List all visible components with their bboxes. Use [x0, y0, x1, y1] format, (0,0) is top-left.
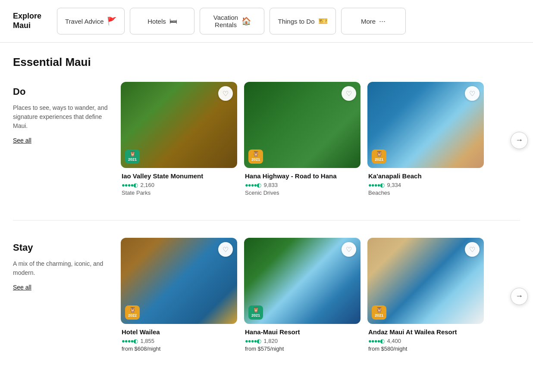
hana-highway-favorite-button[interactable]: ♡ [342, 86, 356, 101]
kaanapali-favorite-button[interactable]: ♡ [465, 86, 480, 101]
hana-maui-price: from $575/night [245, 345, 360, 352]
hana-maui-reviews: 1,820 [263, 338, 278, 344]
hana-highway-rating: ●●●●◐ 9,833 [245, 182, 360, 188]
hotel-wailea-stars: ●●●●◐ [122, 338, 138, 344]
stay-description: A mix of the charming, iconic, and moder… [13, 259, 108, 277]
andaz-name: Andaz Maui At Wailea Resort [368, 328, 483, 336]
card-hotel-wailea[interactable]: ♡ 🦉 2022 Hotel Wailea ●●●●◐ 1,855 [121, 238, 237, 355]
badge-owl-icon: 🦉 [129, 307, 136, 314]
kaanapali-reviews: 9,334 [387, 182, 401, 188]
main-content: Essential Maui Do Places to see, ways to… [0, 43, 533, 389]
hana-maui-rating: ●●●●◐ 1,820 [245, 338, 360, 344]
do-next-button[interactable]: → [511, 132, 528, 149]
hotels-label: Hotels [147, 18, 166, 25]
kaanapali-name: Ka'anapali Beach [368, 172, 483, 180]
kaanapali-rating: ●●●●◐ 9,334 [368, 182, 483, 188]
iao-valley-reviews: 2,160 [140, 182, 154, 188]
hana-maui-image-wrap: ♡ 🦉 2021 [244, 238, 361, 324]
stay-section-info: Stay A mix of the charming, iconic, and … [13, 238, 108, 291]
hana-highway-name: Hana Highway - Road to Hana [245, 172, 360, 180]
andaz-favorite-button[interactable]: ♡ [465, 242, 480, 257]
hotel-wailea-favorite-button[interactable]: ♡ [218, 242, 233, 257]
app-container: Explore Maui Travel Advice 🚩 Hotels 🛏 Va… [0, 0, 533, 389]
hana-highway-category: Scenic Drives [245, 190, 360, 196]
stay-heading: Stay [13, 242, 108, 253]
kaanapali-image-wrap: ♡ 🦉 2021 [367, 82, 484, 168]
nav-hotels[interactable]: Hotels 🛏 [130, 8, 194, 34]
iao-valley-image-wrap: ♡ 🦉 2021 [121, 82, 237, 168]
iao-valley-info: Iao Valley State Monument ●●●●◐ 2,160 St… [121, 168, 237, 199]
iao-valley-name: Iao Valley State Monument [122, 172, 236, 180]
nav-things-to-do[interactable]: Things to Do 🎫 [270, 8, 335, 34]
card-hana-highway[interactable]: ♡ 🦉 2021 Hana Highway - Road to Hana ●●●… [244, 82, 361, 199]
travel-advice-label: Travel Advice [65, 18, 103, 25]
more-label: More [361, 18, 376, 25]
badge-year: 2021 [375, 313, 383, 318]
travel-advice-icon: 🚩 [107, 16, 116, 26]
stay-see-all-link[interactable]: See all [13, 284, 31, 291]
iao-valley-category: State Parks [122, 190, 236, 196]
hana-highway-image-wrap: ♡ 🦉 2021 [244, 82, 361, 168]
badge-year: 2021 [375, 157, 383, 162]
iao-valley-rating: ●●●●◐ 2,160 [122, 182, 236, 188]
vacation-rentals-label: VacationRentals [213, 14, 238, 28]
do-section-info: Do Places to see, ways to wander, and si… [13, 82, 108, 144]
badge-year: 2021 [128, 157, 137, 162]
card-kaanapali-beach[interactable]: ♡ 🦉 2021 Ka'anapali Beach ●●●●◐ 9,334 [367, 82, 484, 199]
badge-year: 2021 [251, 157, 260, 162]
badge-year: 2021 [251, 313, 260, 318]
andaz-rating: ●●●●◐ 4,400 [368, 338, 483, 344]
iao-valley-favorite-button[interactable]: ♡ [218, 86, 233, 101]
hotel-wailea-reviews: 1,855 [140, 338, 154, 344]
hotel-wailea-badge: 🦉 2022 [125, 305, 140, 320]
nav-vacation-rentals[interactable]: VacationRentals 🏠 [200, 8, 264, 34]
vacation-rentals-icon: 🏠 [241, 16, 251, 26]
badge-owl-icon: 🦉 [129, 151, 136, 158]
stay-cards-wrapper: ♡ 🦉 2022 Hotel Wailea ●●●●◐ 1,855 [121, 238, 520, 355]
stay-next-button[interactable]: → [511, 288, 528, 305]
more-icon: ··· [379, 17, 386, 26]
andaz-badge: 🦉 2021 [372, 305, 386, 320]
hana-maui-info: Hana-Maui Resort ●●●●◐ 1,820 from $575/n… [244, 324, 361, 355]
kaanapali-category: Beaches [368, 190, 483, 196]
hotel-wailea-rating: ●●●●◐ 1,855 [122, 338, 236, 344]
card-andaz-maui[interactable]: ♡ 🦉 2021 Andaz Maui At Wailea Resort ●●●… [367, 238, 484, 355]
main-nav: Travel Advice 🚩 Hotels 🛏 VacationRentals… [57, 8, 520, 34]
do-heading: Do [13, 86, 108, 97]
kaanapali-badge: 🦉 2021 [372, 149, 386, 164]
hana-maui-favorite-button[interactable]: ♡ [342, 242, 356, 257]
stay-cards-row: ♡ 🦉 2022 Hotel Wailea ●●●●◐ 1,855 [121, 238, 520, 355]
things-to-do-label: Things to Do [278, 18, 314, 25]
things-to-do-icon: 🎫 [318, 16, 328, 26]
hana-maui-name: Hana-Maui Resort [245, 328, 360, 336]
do-cards-wrapper: ♡ 🦉 2021 Iao Valley State Monument ●●●●◐… [121, 82, 520, 199]
brand-logo: Explore Maui [13, 12, 52, 30]
andaz-reviews: 4,400 [387, 338, 401, 344]
do-description: Places to see, ways to wander, and signa… [13, 103, 108, 131]
badge-owl-icon: 🦉 [376, 307, 383, 314]
hotel-wailea-image-wrap: ♡ 🦉 2022 [121, 238, 237, 324]
hotel-wailea-price: from $608/night [122, 345, 236, 352]
hotel-wailea-name: Hotel Wailea [122, 328, 236, 336]
iao-valley-badge: 🦉 2021 [125, 149, 140, 164]
nav-travel-advice[interactable]: Travel Advice 🚩 [57, 8, 125, 34]
hana-highway-info: Hana Highway - Road to Hana ●●●●◐ 9,833 … [244, 168, 361, 199]
card-iao-valley[interactable]: ♡ 🦉 2021 Iao Valley State Monument ●●●●◐… [121, 82, 237, 199]
badge-owl-icon: 🦉 [376, 151, 383, 158]
section-divider [13, 220, 520, 221]
badge-year: 2022 [128, 313, 137, 318]
hana-highway-reviews: 9,833 [263, 182, 278, 188]
andaz-stars: ●●●●◐ [368, 338, 384, 344]
hotel-wailea-info: Hotel Wailea ●●●●◐ 1,855 from $608/night [121, 324, 237, 355]
andaz-image-wrap: ♡ 🦉 2021 [367, 238, 484, 324]
nav-more[interactable]: More ··· [341, 8, 406, 34]
card-hana-maui-resort[interactable]: ♡ 🦉 2021 Hana-Maui Resort ●●●●◐ 1,820 [244, 238, 361, 355]
hana-highway-badge: 🦉 2021 [248, 149, 263, 164]
header: Explore Maui Travel Advice 🚩 Hotels 🛏 Va… [0, 0, 533, 43]
page-title: Essential Maui [13, 56, 520, 69]
do-see-all-link[interactable]: See all [13, 137, 31, 144]
do-section: Do Places to see, ways to wander, and si… [13, 82, 520, 199]
hotels-icon: 🛏 [169, 17, 177, 26]
hana-highway-stars: ●●●●◐ [245, 182, 261, 188]
kaanapali-stars: ●●●●◐ [368, 182, 384, 188]
